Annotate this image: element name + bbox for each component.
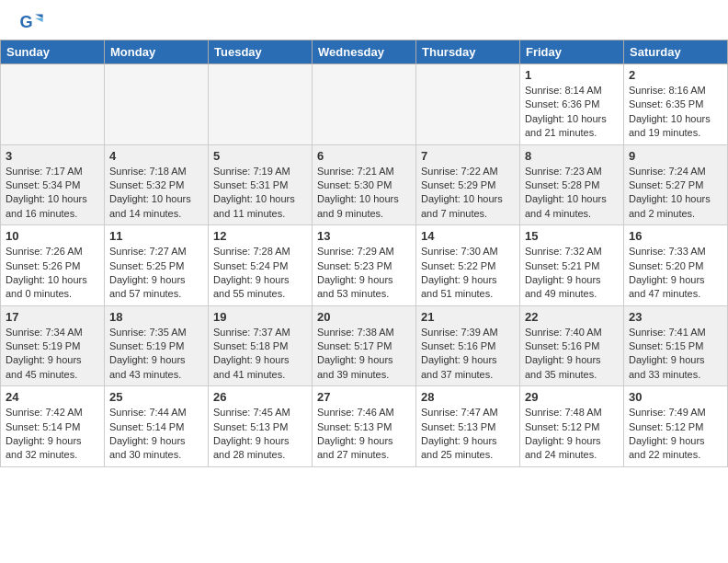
- day-info: Sunrise: 7:26 AM Sunset: 5:26 PM Dayligh…: [6, 245, 99, 302]
- calendar-cell: 6Sunrise: 7:21 AM Sunset: 5:30 PM Daylig…: [313, 144, 416, 225]
- calendar-cell: 5Sunrise: 7:19 AM Sunset: 5:31 PM Daylig…: [209, 144, 313, 225]
- day-number: 18: [109, 310, 203, 324]
- calendar-cell: 2Sunrise: 8:16 AM Sunset: 6:35 PM Daylig…: [624, 64, 728, 145]
- calendar-table: SundayMondayTuesdayWednesdayThursdayFrid…: [0, 40, 728, 467]
- day-number: 19: [213, 310, 307, 324]
- day-info: Sunrise: 7:30 AM Sunset: 5:22 PM Dayligh…: [421, 245, 515, 302]
- calendar-cell: 29Sunrise: 7:48 AM Sunset: 5:12 PM Dayli…: [520, 386, 624, 467]
- calendar-cell: 8Sunrise: 7:23 AM Sunset: 5:28 PM Daylig…: [520, 144, 624, 225]
- day-info: Sunrise: 7:35 AM Sunset: 5:19 PM Dayligh…: [109, 326, 203, 383]
- calendar-cell: 17Sunrise: 7:34 AM Sunset: 5:19 PM Dayli…: [1, 305, 105, 386]
- weekday-header-sunday: Sunday: [1, 40, 105, 64]
- day-number: 30: [629, 390, 722, 404]
- calendar-cell: 12Sunrise: 7:28 AM Sunset: 5:24 PM Dayli…: [209, 225, 313, 306]
- weekday-header-thursday: Thursday: [416, 40, 520, 64]
- calendar-cell: 24Sunrise: 7:42 AM Sunset: 5:14 PM Dayli…: [1, 386, 105, 467]
- day-info: Sunrise: 8:16 AM Sunset: 6:35 PM Dayligh…: [629, 84, 722, 141]
- day-number: 10: [6, 229, 99, 243]
- day-number: 28: [421, 390, 515, 404]
- day-info: Sunrise: 7:48 AM Sunset: 5:12 PM Dayligh…: [525, 406, 619, 463]
- day-info: Sunrise: 7:40 AM Sunset: 5:16 PM Dayligh…: [525, 326, 619, 383]
- day-info: Sunrise: 7:37 AM Sunset: 5:18 PM Dayligh…: [213, 326, 307, 383]
- day-info: Sunrise: 8:14 AM Sunset: 6:36 PM Dayligh…: [525, 84, 619, 141]
- day-info: Sunrise: 7:29 AM Sunset: 5:23 PM Dayligh…: [317, 245, 411, 302]
- day-number: 24: [6, 390, 99, 404]
- calendar-cell: [1, 64, 105, 145]
- day-info: Sunrise: 7:27 AM Sunset: 5:25 PM Dayligh…: [109, 245, 203, 302]
- calendar-week-4: 17Sunrise: 7:34 AM Sunset: 5:19 PM Dayli…: [1, 305, 728, 386]
- day-info: Sunrise: 7:44 AM Sunset: 5:14 PM Dayligh…: [109, 406, 203, 463]
- day-info: Sunrise: 7:34 AM Sunset: 5:19 PM Dayligh…: [6, 326, 99, 383]
- day-number: 6: [317, 149, 411, 163]
- calendar-cell: 26Sunrise: 7:45 AM Sunset: 5:13 PM Dayli…: [209, 386, 313, 467]
- day-info: Sunrise: 7:49 AM Sunset: 5:12 PM Dayligh…: [629, 406, 722, 463]
- day-number: 17: [6, 310, 99, 324]
- day-number: 11: [109, 229, 203, 243]
- day-number: 21: [421, 310, 515, 324]
- day-number: 29: [525, 390, 619, 404]
- calendar-cell: 7Sunrise: 7:22 AM Sunset: 5:29 PM Daylig…: [416, 144, 520, 225]
- day-info: Sunrise: 7:22 AM Sunset: 5:29 PM Dayligh…: [421, 165, 515, 222]
- calendar-cell: 20Sunrise: 7:38 AM Sunset: 5:17 PM Dayli…: [313, 305, 416, 386]
- calendar-cell: 14Sunrise: 7:30 AM Sunset: 5:22 PM Dayli…: [416, 225, 520, 306]
- day-number: 26: [213, 390, 307, 404]
- calendar-cell: [313, 64, 416, 145]
- day-number: 23: [629, 310, 722, 324]
- day-number: 15: [525, 229, 619, 243]
- day-info: Sunrise: 7:39 AM Sunset: 5:16 PM Dayligh…: [421, 326, 515, 383]
- calendar-cell: 9Sunrise: 7:24 AM Sunset: 5:27 PM Daylig…: [624, 144, 728, 225]
- calendar-cell: 4Sunrise: 7:18 AM Sunset: 5:32 PM Daylig…: [105, 144, 209, 225]
- day-number: 8: [525, 149, 619, 163]
- day-info: Sunrise: 7:24 AM Sunset: 5:27 PM Dayligh…: [629, 165, 722, 222]
- day-info: Sunrise: 7:38 AM Sunset: 5:17 PM Dayligh…: [317, 326, 411, 383]
- calendar-cell: 10Sunrise: 7:26 AM Sunset: 5:26 PM Dayli…: [1, 225, 105, 306]
- calendar-cell: 22Sunrise: 7:40 AM Sunset: 5:16 PM Dayli…: [520, 305, 624, 386]
- weekday-header-monday: Monday: [105, 40, 209, 64]
- day-number: 1: [525, 68, 619, 82]
- svg-marker-2: [35, 18, 42, 22]
- calendar-cell: 1Sunrise: 8:14 AM Sunset: 6:36 PM Daylig…: [520, 64, 624, 145]
- day-info: Sunrise: 7:46 AM Sunset: 5:13 PM Dayligh…: [317, 406, 411, 463]
- calendar-cell: 15Sunrise: 7:32 AM Sunset: 5:21 PM Dayli…: [520, 225, 624, 306]
- calendar-cell: 27Sunrise: 7:46 AM Sunset: 5:13 PM Dayli…: [313, 386, 416, 467]
- day-info: Sunrise: 7:32 AM Sunset: 5:21 PM Dayligh…: [525, 245, 619, 302]
- day-number: 5: [213, 149, 307, 163]
- weekday-header-row: SundayMondayTuesdayWednesdayThursdayFrid…: [1, 40, 728, 64]
- day-info: Sunrise: 7:17 AM Sunset: 5:34 PM Dayligh…: [6, 165, 99, 222]
- calendar-cell: 13Sunrise: 7:29 AM Sunset: 5:23 PM Dayli…: [313, 225, 416, 306]
- calendar-cell: 11Sunrise: 7:27 AM Sunset: 5:25 PM Dayli…: [105, 225, 209, 306]
- weekday-header-saturday: Saturday: [624, 40, 728, 64]
- calendar-body: 1Sunrise: 8:14 AM Sunset: 6:36 PM Daylig…: [1, 64, 728, 467]
- weekday-header-wednesday: Wednesday: [313, 40, 416, 64]
- logo: G: [18, 9, 48, 35]
- day-number: 25: [109, 390, 203, 404]
- day-number: 14: [421, 229, 515, 243]
- calendar-cell: 28Sunrise: 7:47 AM Sunset: 5:13 PM Dayli…: [416, 386, 520, 467]
- calendar-cell: [209, 64, 313, 145]
- day-number: 2: [629, 68, 722, 82]
- weekday-header-tuesday: Tuesday: [209, 40, 313, 64]
- logo-icon: G: [18, 9, 44, 35]
- calendar-cell: 19Sunrise: 7:37 AM Sunset: 5:18 PM Dayli…: [209, 305, 313, 386]
- calendar-week-2: 3Sunrise: 7:17 AM Sunset: 5:34 PM Daylig…: [1, 144, 728, 225]
- calendar-cell: [416, 64, 520, 145]
- day-info: Sunrise: 7:28 AM Sunset: 5:24 PM Dayligh…: [213, 245, 307, 302]
- calendar-week-3: 10Sunrise: 7:26 AM Sunset: 5:26 PM Dayli…: [1, 225, 728, 306]
- svg-marker-1: [35, 15, 42, 18]
- calendar-cell: 21Sunrise: 7:39 AM Sunset: 5:16 PM Dayli…: [416, 305, 520, 386]
- calendar-cell: 18Sunrise: 7:35 AM Sunset: 5:19 PM Dayli…: [105, 305, 209, 386]
- calendar-cell: [105, 64, 209, 145]
- calendar-week-1: 1Sunrise: 8:14 AM Sunset: 6:36 PM Daylig…: [1, 64, 728, 145]
- day-number: 16: [629, 229, 722, 243]
- svg-text:G: G: [19, 13, 32, 31]
- calendar-cell: 23Sunrise: 7:41 AM Sunset: 5:15 PM Dayli…: [624, 305, 728, 386]
- day-number: 4: [109, 149, 203, 163]
- day-number: 9: [629, 149, 722, 163]
- calendar-week-5: 24Sunrise: 7:42 AM Sunset: 5:14 PM Dayli…: [1, 386, 728, 467]
- day-info: Sunrise: 7:23 AM Sunset: 5:28 PM Dayligh…: [525, 165, 619, 222]
- day-number: 27: [317, 390, 411, 404]
- calendar-cell: 16Sunrise: 7:33 AM Sunset: 5:20 PM Dayli…: [624, 225, 728, 306]
- day-info: Sunrise: 7:21 AM Sunset: 5:30 PM Dayligh…: [317, 165, 411, 222]
- day-number: 13: [317, 229, 411, 243]
- day-info: Sunrise: 7:41 AM Sunset: 5:15 PM Dayligh…: [629, 326, 722, 383]
